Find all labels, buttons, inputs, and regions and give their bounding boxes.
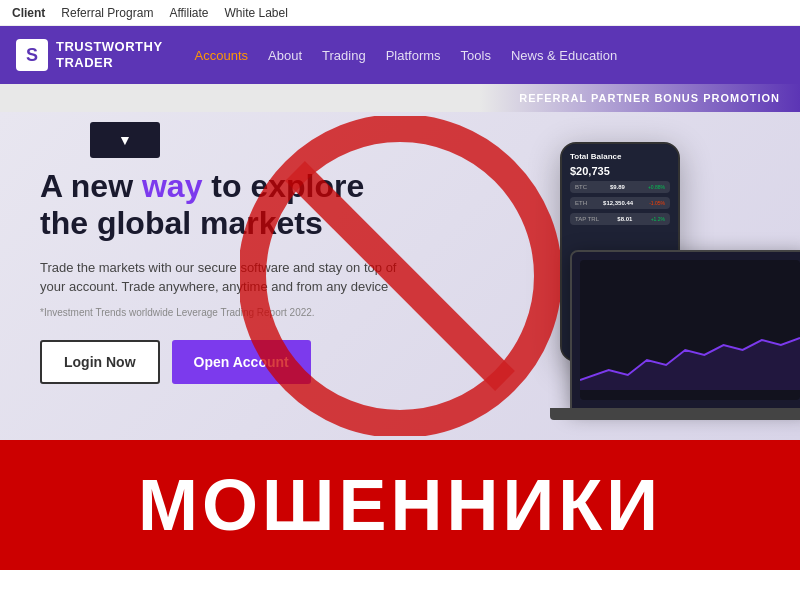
nav-education[interactable]: News & Education xyxy=(511,48,617,63)
referral-banner: REFERRAL PARTNER BONUS PROMOTION xyxy=(0,84,800,112)
laptop-base xyxy=(550,408,800,420)
hero-section: ▼ A new way to explore the global market… xyxy=(0,112,800,440)
hero-subtitle: Trade the markets with our secure softwa… xyxy=(40,258,400,297)
top-nav: Client Referral Program Affiliate White … xyxy=(0,0,800,26)
nav-platforms[interactable]: Platforms xyxy=(386,48,441,63)
login-button[interactable]: Login Now xyxy=(40,340,160,384)
phone-balance-label: Total Balance xyxy=(570,152,670,161)
dropdown-arrow-icon: ▼ xyxy=(118,132,132,148)
svg-marker-2 xyxy=(580,338,800,390)
phone-row-btc: BTC $9.89 +0.88% xyxy=(570,181,670,193)
logo-text: TRUSTWORTHY TRADER xyxy=(56,39,163,70)
hero-disclaimer: *Investment Trends worldwide Leverage Tr… xyxy=(40,307,400,318)
laptop-mockup xyxy=(570,250,800,410)
scam-text: МОШЕННИКИ xyxy=(138,464,662,546)
nav-about[interactable]: About xyxy=(268,48,302,63)
chart-svg xyxy=(580,330,800,390)
referral-text: REFERRAL PARTNER BONUS PROMOTION xyxy=(519,92,780,104)
highlight-word: way xyxy=(142,168,202,204)
dropdown-box[interactable]: ▼ xyxy=(90,122,160,158)
nav-accounts[interactable]: Accounts xyxy=(195,48,248,63)
logo-icon: S xyxy=(16,39,48,71)
nav-trading[interactable]: Trading xyxy=(322,48,366,63)
nav-tools[interactable]: Tools xyxy=(461,48,491,63)
open-account-button[interactable]: Open Account xyxy=(172,340,311,384)
main-nav-links: Accounts About Trading Platforms Tools N… xyxy=(195,48,784,63)
top-nav-whitelabel[interactable]: White Label xyxy=(225,6,288,20)
laptop-screen xyxy=(572,252,800,408)
logo: S TRUSTWORTHY TRADER xyxy=(16,39,163,71)
hero-content: A new way to explore the global markets … xyxy=(40,168,400,384)
top-nav-referral[interactable]: Referral Program xyxy=(61,6,153,20)
hero-buttons: Login Now Open Account xyxy=(40,340,400,384)
phone-balance-amount: $20,735 xyxy=(570,165,670,177)
top-nav-affiliate[interactable]: Affiliate xyxy=(169,6,208,20)
phone-row-tap: TAP TRL $8.01 +1.2% xyxy=(570,213,670,225)
phone-row-eth: ETH $12,350.44 -1.05% xyxy=(570,197,670,209)
chart-area xyxy=(580,260,800,400)
phone-area: Total Balance $20,735 BTC $9.89 +0.88% E… xyxy=(420,112,800,440)
hero-title: A new way to explore the global markets xyxy=(40,168,400,242)
main-nav: S TRUSTWORTHY TRADER Accounts About Trad… xyxy=(0,26,800,84)
scam-banner: МОШЕННИКИ xyxy=(0,440,800,570)
top-nav-client[interactable]: Client xyxy=(12,6,45,20)
